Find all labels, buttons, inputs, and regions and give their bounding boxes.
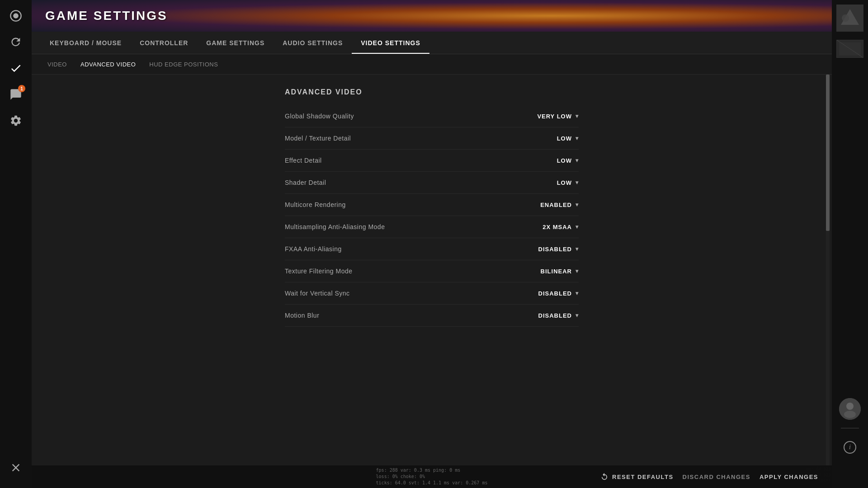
- setting-label-shader-detail: Shader Detail: [285, 179, 326, 186]
- setting-value-vsync[interactable]: DISABLED ▾: [520, 290, 579, 297]
- subtab-hud-edge-positions[interactable]: HUD Edge Positions: [142, 54, 225, 74]
- setting-label-model-texture: Model / Texture Detail: [285, 135, 351, 142]
- setting-value-global-shadow[interactable]: VERY LOW ▾: [520, 113, 579, 120]
- chevron-down-icon: ▾: [576, 268, 579, 274]
- gear-icon: [9, 114, 22, 127]
- setting-value-msaa[interactable]: 2X MSAA ▾: [520, 224, 579, 230]
- setting-row-motion-blur: Motion Blur DISABLED ▾: [285, 305, 579, 327]
- second-thumbnail[interactable]: [836, 35, 863, 62]
- subtab-video[interactable]: Video: [41, 54, 74, 74]
- user-avatar[interactable]: [836, 395, 863, 422]
- tab-video-settings[interactable]: Video Settings: [352, 32, 429, 54]
- check-button[interactable]: [5, 57, 27, 80]
- logo-icon: [9, 9, 22, 22]
- setting-row-shader-detail: Shader Detail LOW ▾: [285, 172, 579, 194]
- chevron-down-icon: ▾: [576, 246, 579, 252]
- setting-row-model-texture: Model / Texture Detail LOW ▾: [285, 127, 579, 150]
- settings-container: Advanced Video Global Shadow Quality VER…: [285, 88, 579, 327]
- scrollbar-thumb[interactable]: [826, 75, 830, 231]
- setting-row-global-shadow: Global Shadow Quality VERY LOW ▾: [285, 105, 579, 127]
- header: GAME SETTINGS: [32, 0, 832, 32]
- notification-badge: 1: [18, 85, 25, 92]
- reset-icon: [600, 473, 609, 481]
- setting-row-texture-filtering: Texture Filtering Mode BILINEAR ▾: [285, 260, 579, 282]
- setting-value-multicore-rendering[interactable]: ENABLED ▾: [520, 202, 579, 208]
- map-icon: [836, 5, 863, 32]
- svg-point-10: [844, 411, 856, 418]
- second-thumbnail-icon: [837, 40, 863, 58]
- left-sidebar: 1: [0, 0, 32, 488]
- setting-label-global-shadow: Global Shadow Quality: [285, 113, 354, 120]
- logo-button[interactable]: [5, 5, 27, 27]
- notifications-button[interactable]: 1: [5, 83, 27, 106]
- setting-value-motion-blur[interactable]: DISABLED ▾: [520, 312, 579, 319]
- setting-label-msaa: Multisampling Anti-Aliasing Mode: [285, 223, 385, 230]
- info-icon: i: [844, 441, 856, 454]
- settings-button[interactable]: [5, 109, 27, 132]
- check-icon: [9, 62, 22, 75]
- chevron-down-icon: ▾: [576, 179, 579, 186]
- subtab-advanced-video[interactable]: Advanced Video: [74, 54, 142, 74]
- close-icon: [9, 461, 22, 474]
- debug-info: fps: 288 var: 0.3 ms ping: 0 ms loss: 0%…: [376, 467, 488, 486]
- refresh-icon: [9, 36, 22, 48]
- svg-point-1: [13, 13, 19, 19]
- svg-point-9: [846, 403, 854, 410]
- setting-row-msaa: Multisampling Anti-Aliasing Mode 2X MSAA…: [285, 216, 579, 238]
- setting-row-effect-detail: Effect Detail LOW ▾: [285, 150, 579, 172]
- avatar-icon: [839, 398, 861, 420]
- setting-value-fxaa[interactable]: DISABLED ▾: [520, 246, 579, 253]
- tab-keyboard-mouse[interactable]: Keyboard / Mouse: [41, 32, 131, 54]
- settings-content: Advanced Video Global Shadow Quality VER…: [32, 75, 832, 488]
- setting-value-model-texture[interactable]: LOW ▾: [520, 135, 579, 142]
- main-tab-navigation: Keyboard / Mouse Controller Game setting…: [32, 32, 832, 54]
- setting-value-effect-detail[interactable]: LOW ▾: [520, 157, 579, 164]
- setting-label-effect-detail: Effect Detail: [285, 157, 322, 164]
- chevron-down-icon: ▾: [576, 202, 579, 208]
- reset-defaults-button[interactable]: RESET DEFAULTS: [600, 473, 674, 481]
- info-button[interactable]: i: [836, 434, 863, 461]
- setting-value-texture-filtering[interactable]: BILINEAR ▾: [520, 268, 579, 275]
- main-content: GAME SETTINGS Keyboard / Mouse Controlle…: [32, 0, 832, 488]
- tab-game-settings[interactable]: Game settings: [197, 32, 274, 54]
- setting-row-vsync: Wait for Vertical Sync DISABLED ▾: [285, 282, 579, 305]
- chevron-down-icon: ▾: [576, 224, 579, 230]
- section-title: Advanced Video: [285, 88, 579, 96]
- setting-label-fxaa: FXAA Anti-Aliasing: [285, 245, 342, 253]
- scrollbar-track[interactable]: [826, 75, 830, 465]
- discard-changes-button[interactable]: DISCARD CHANGES: [683, 474, 750, 480]
- setting-label-texture-filtering: Texture Filtering Mode: [285, 267, 353, 275]
- setting-label-multicore-rendering: Multicore Rendering: [285, 201, 346, 208]
- chevron-down-icon: ▾: [576, 157, 579, 164]
- setting-label-motion-blur: Motion Blur: [285, 312, 319, 319]
- tab-audio-settings[interactable]: Audio Settings: [274, 32, 352, 54]
- refresh-button[interactable]: [5, 31, 27, 53]
- right-sidebar: i: [832, 0, 868, 488]
- tab-controller[interactable]: Controller: [131, 32, 197, 54]
- setting-row-multicore-rendering: Multicore Rendering ENABLED ▾: [285, 194, 579, 216]
- sidebar-divider: [841, 428, 859, 428]
- apply-changes-button[interactable]: APPLY CHANGES: [760, 474, 818, 480]
- setting-row-fxaa: FXAA Anti-Aliasing DISABLED ▾: [285, 238, 579, 260]
- setting-label-vsync: Wait for Vertical Sync: [285, 290, 350, 297]
- chevron-down-icon: ▾: [576, 135, 579, 141]
- setting-value-shader-detail[interactable]: LOW ▾: [520, 179, 579, 186]
- map-thumbnail[interactable]: [836, 5, 863, 32]
- chevron-down-icon: ▾: [576, 113, 579, 119]
- subtab-navigation: Video Advanced Video HUD Edge Positions: [32, 54, 832, 75]
- chevron-down-icon: ▾: [576, 290, 579, 296]
- bottom-bar: fps: 288 var: 0.3 ms ping: 0 ms loss: 0%…: [32, 465, 832, 488]
- page-title: GAME SETTINGS: [45, 9, 168, 23]
- chevron-down-icon: ▾: [576, 312, 579, 319]
- close-button[interactable]: [5, 456, 27, 479]
- svg-point-4: [842, 14, 849, 22]
